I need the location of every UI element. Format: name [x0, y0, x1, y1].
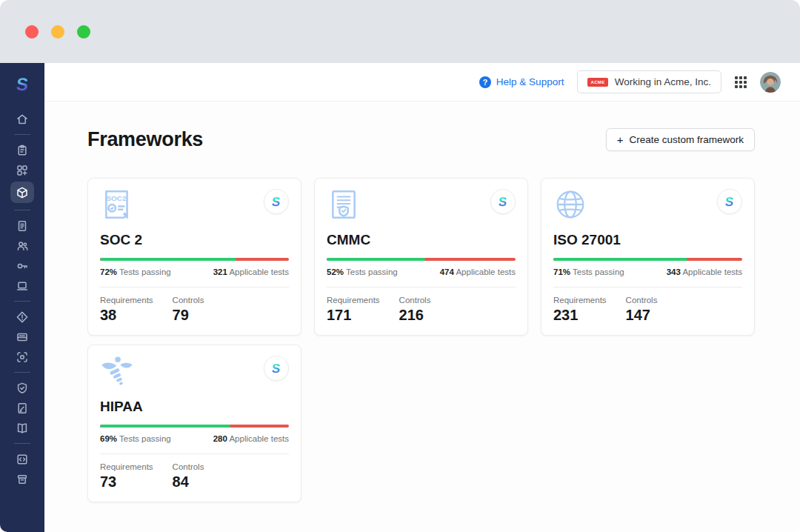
- applicable-tests-stat: 474 Applicable tests: [440, 267, 516, 276]
- framework-name: ISO 27001: [553, 232, 742, 248]
- laptop-icon[interactable]: [10, 276, 34, 295]
- apps-grid-icon[interactable]: [735, 76, 747, 88]
- tests-passing-stat: 52% Tests passing: [327, 267, 398, 276]
- framework-card-cmmc[interactable]: S CMMC 52% Tests passing 474 Applicable …: [314, 178, 528, 336]
- tests-progress-bar: [553, 258, 742, 261]
- tests-passing-stat: 71% Tests passing: [553, 267, 624, 276]
- key-icon[interactable]: [10, 256, 34, 275]
- tests-passing-stat: 69% Tests passing: [100, 434, 171, 443]
- applicable-tests-stat: 321 Applicable tests: [213, 267, 289, 276]
- svg-text:SOC2: SOC2: [106, 194, 127, 202]
- squares-icon[interactable]: [10, 161, 34, 179]
- requirements-count: Requirements 73: [100, 462, 153, 491]
- controls-count: Controls 216: [399, 296, 431, 324]
- applicable-tests-stat: 343 Applicable tests: [667, 267, 742, 276]
- sidebar: S: [0, 63, 44, 532]
- sidebar-divider: [14, 210, 30, 210]
- clipboard-icon[interactable]: [10, 141, 34, 159]
- card-divider: [100, 287, 289, 287]
- sidebar-divider: [14, 134, 30, 135]
- framework-name: HIPAA: [100, 399, 289, 415]
- framework-name: SOC 2: [100, 232, 289, 248]
- tests-progress-bar: [327, 258, 516, 261]
- minimize-window-button[interactable]: [51, 25, 64, 39]
- home-icon[interactable]: [10, 110, 34, 128]
- sidebar-divider: [14, 301, 30, 302]
- question-circle-icon: ?: [479, 76, 491, 88]
- document-icon[interactable]: [10, 216, 34, 235]
- cube-icon[interactable]: [10, 182, 34, 203]
- secureframe-badge: S: [264, 189, 289, 214]
- secureframe-badge: S: [717, 189, 742, 214]
- framework-card-hipaa[interactable]: S HIPAA 69% Tests passing 280 Applicable…: [87, 345, 301, 502]
- workspace-label: Working in Acme, Inc.: [615, 76, 711, 87]
- requirements-count: Requirements 231: [553, 296, 607, 324]
- close-window-button[interactable]: [25, 25, 39, 39]
- create-custom-framework-button[interactable]: + Create custom framework: [606, 128, 755, 151]
- tests-passing-stat: 72% Tests passing: [100, 267, 171, 276]
- window-titlebar: [0, 0, 800, 63]
- secureframe-logo[interactable]: S: [13, 73, 32, 96]
- diamond-alert-icon[interactable]: [10, 307, 34, 326]
- caduceus-icon: [100, 354, 134, 388]
- secureframe-badge: S: [490, 189, 516, 214]
- soc2-document-icon: SOC2: [100, 187, 134, 222]
- secureframe-badge: S: [264, 356, 289, 381]
- book-icon[interactable]: [10, 419, 34, 437]
- card-divider: [100, 453, 289, 454]
- tests-progress-bar: [100, 258, 289, 261]
- card-divider: [327, 287, 516, 287]
- card-divider: [553, 287, 742, 287]
- maximize-window-button[interactable]: [77, 25, 90, 39]
- top-header: ? Help & Support ACME Working in Acme, I…: [44, 63, 800, 102]
- plus-icon: +: [617, 134, 624, 145]
- controls-count: Controls 147: [626, 296, 658, 324]
- card-icon[interactable]: [10, 327, 34, 346]
- framework-name: CMMC: [327, 232, 516, 248]
- acme-logo: ACME: [587, 78, 607, 87]
- create-button-label: Create custom framework: [629, 134, 744, 145]
- framework-card-soc2[interactable]: SOC2 S SOC 2 72% Tests passing 321 Appli…: [87, 178, 301, 336]
- requirements-count: Requirements 171: [327, 296, 380, 324]
- page-title: Frameworks: [87, 128, 203, 151]
- page-edit-icon[interactable]: [10, 399, 34, 417]
- traffic-lights: [25, 25, 90, 39]
- controls-count: Controls 84: [173, 462, 204, 491]
- people-icon[interactable]: [10, 236, 34, 255]
- applicable-tests-stat: 280 Applicable tests: [213, 434, 289, 443]
- scan-icon[interactable]: [10, 348, 34, 366]
- sidebar-divider: [14, 372, 30, 373]
- tests-progress-bar: [100, 425, 289, 428]
- framework-cards-grid: SOC2 S SOC 2 72% Tests passing 321 Appli…: [87, 178, 755, 502]
- globe-icon: [553, 187, 587, 222]
- controls-count: Controls 79: [173, 296, 204, 324]
- framework-card-iso27001[interactable]: S ISO 27001 71% Tests passing 343 Applic…: [541, 178, 755, 336]
- sidebar-divider: [14, 443, 30, 444]
- help-support-label: Help & Support: [496, 76, 564, 87]
- user-avatar[interactable]: [760, 72, 781, 93]
- certificate-icon: [327, 187, 361, 222]
- code-box-icon[interactable]: [10, 450, 34, 468]
- workspace-switcher-button[interactable]: ACME Working in Acme, Inc.: [577, 70, 721, 93]
- shield-icon[interactable]: [10, 379, 34, 397]
- help-support-link[interactable]: ? Help & Support: [479, 76, 564, 88]
- archive-icon[interactable]: [10, 470, 34, 488]
- app-window: S: [0, 0, 800, 532]
- requirements-count: Requirements 38: [100, 296, 153, 324]
